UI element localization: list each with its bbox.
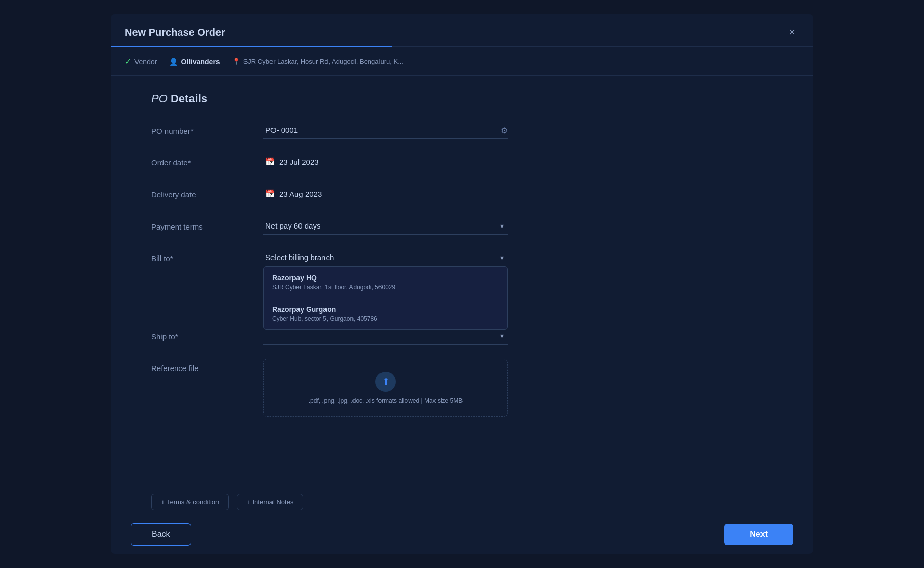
vendor-bar: ✓ Vendor 👤 Ollivanders 📍 SJR Cyber Laska…	[111, 47, 813, 76]
payment-terms-label: Payment terms	[151, 217, 263, 231]
back-button[interactable]: Back	[131, 523, 191, 546]
bill-to-label: Bill to*	[151, 249, 263, 263]
dropdown-item-gurgaon-name: Razorpay Gurgaon	[272, 305, 499, 314]
bill-to-select[interactable]: Select billing branch	[263, 249, 508, 266]
ship-to-select[interactable]	[263, 327, 508, 345]
check-icon: ✓	[125, 56, 131, 66]
vendor-label: Vendor	[134, 58, 157, 66]
vendor-name: 👤 Ollivanders	[169, 58, 220, 66]
order-date-label: Order date*	[151, 153, 263, 167]
dropdown-item-hq-addr: SJR Cyber Laskar, 1st floor, Adugodi, 56…	[272, 283, 499, 291]
payment-terms-row: Payment terms Net pay 60 days ▾	[151, 217, 773, 235]
delivery-date-row: Delivery date 📅 23 Aug 2023	[151, 185, 773, 203]
purchase-order-modal: New Purchase Order × ✓ Vendor 👤 Ollivand…	[111, 14, 813, 554]
person-icon: 👤	[169, 58, 178, 66]
po-settings-button[interactable]: ⚙	[501, 125, 508, 135]
modal-footer: Back Next	[111, 515, 813, 554]
order-date-display[interactable]: 📅 23 Jul 2023	[263, 153, 508, 171]
vendor-check: ✓ Vendor	[125, 56, 157, 66]
bill-to-field: Select billing branch ▾ Razorpay HQ SJR …	[263, 249, 508, 266]
dropdown-item-hq-name: Razorpay HQ	[272, 274, 499, 282]
order-date-value: 23 Jul 2023	[279, 158, 319, 166]
terms-condition-button[interactable]: + Terms & condition	[151, 494, 229, 510]
calendar-icon-delivery: 📅	[265, 189, 275, 198]
dropdown-item-hq[interactable]: Razorpay HQ SJR Cyber Laskar, 1st floor,…	[264, 267, 507, 298]
reference-file-label: Reference file	[151, 359, 263, 373]
calendar-icon: 📅	[265, 157, 275, 166]
modal-header: New Purchase Order ×	[111, 14, 813, 41]
order-date-field: 📅 23 Jul 2023	[263, 153, 508, 171]
po-number-field: PO- 0001 ⚙	[263, 122, 508, 139]
reference-file-field: ⬆ .pdf, .png, .jpg, .doc, .xls formats a…	[263, 359, 508, 417]
vendor-address: 📍 SJR Cyber Laskar, Hosur Rd, Adugodi, B…	[232, 58, 403, 65]
modal-body: PO Details PO number* PO- 0001 ⚙ Order d…	[111, 76, 813, 490]
bill-to-dropdown: Razorpay HQ SJR Cyber Laskar, 1st floor,…	[263, 266, 508, 330]
reference-file-row: Reference file ⬆ .pdf, .png, .jpg, .doc,…	[151, 359, 773, 417]
upload-icon: ⬆	[375, 372, 396, 392]
dropdown-item-gurgaon-addr: Cyber Hub, sector 5, Gurgaon, 405786	[272, 315, 499, 322]
delivery-date-field: 📅 23 Aug 2023	[263, 185, 508, 203]
delivery-date-value: 23 Aug 2023	[279, 190, 322, 198]
internal-notes-button[interactable]: + Internal Notes	[237, 494, 303, 510]
po-number-value: 0001	[281, 126, 506, 134]
section-title: PO Details	[151, 92, 773, 105]
close-button[interactable]: ×	[784, 23, 799, 41]
delivery-date-display[interactable]: 📅 23 Aug 2023	[263, 185, 508, 203]
delivery-date-label: Delivery date	[151, 185, 263, 199]
po-prefix: PO-	[265, 126, 279, 134]
dropdown-item-gurgaon[interactable]: Razorpay Gurgaon Cyber Hub, sector 5, Gu…	[264, 298, 507, 329]
next-button[interactable]: Next	[724, 524, 793, 545]
ship-to-row: Ship to* ▾	[151, 327, 773, 345]
po-number-row: PO number* PO- 0001 ⚙	[151, 122, 773, 139]
location-icon: 📍	[232, 58, 240, 65]
payment-terms-field: Net pay 60 days ▾	[263, 217, 508, 235]
po-number-display: PO- 0001 ⚙	[263, 122, 508, 139]
modal-title: New Purchase Order	[125, 26, 225, 38]
bottom-actions: + Terms & condition + Internal Notes	[111, 490, 813, 515]
po-number-label: PO number*	[151, 122, 263, 135]
file-upload-area[interactable]: ⬆ .pdf, .png, .jpg, .doc, .xls formats a…	[263, 359, 508, 417]
file-hint: .pdf, .png, .jpg, .doc, .xls formats all…	[309, 397, 463, 404]
ship-to-field: ▾	[263, 327, 508, 345]
bill-to-row: Bill to* Select billing branch ▾ Razorpa…	[151, 249, 773, 266]
order-date-row: Order date* 📅 23 Jul 2023	[151, 153, 773, 171]
payment-terms-select[interactable]: Net pay 60 days	[263, 217, 508, 235]
ship-to-label: Ship to*	[151, 327, 263, 341]
